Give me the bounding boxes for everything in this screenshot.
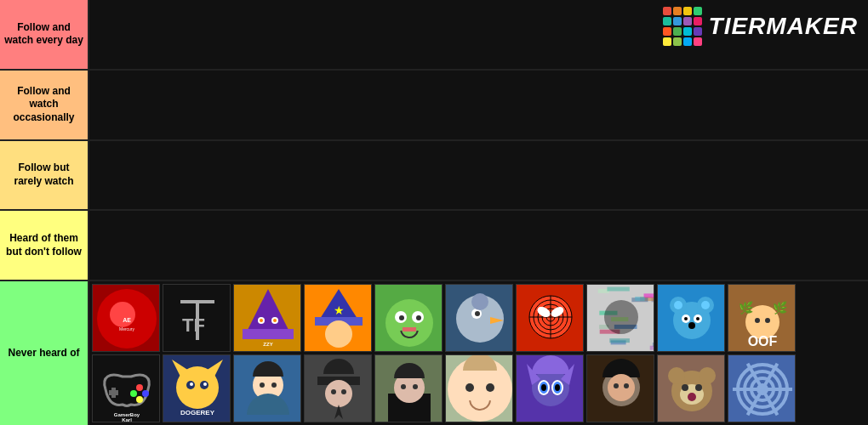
tier-item-sorcerer[interactable] bbox=[233, 284, 301, 352]
tier-row-3: Follow but rarely watch bbox=[0, 141, 868, 212]
tier-content-2[interactable] bbox=[89, 71, 868, 139]
tier-content-5[interactable] bbox=[89, 281, 868, 425]
tier-item-dogerey[interactable] bbox=[163, 354, 231, 422]
tier-item-gamer[interactable] bbox=[92, 354, 160, 422]
tier-row-4: Heard of them but don't follow bbox=[0, 211, 868, 281]
tier-item-swirl[interactable] bbox=[728, 354, 796, 422]
tier-item-anime[interactable] bbox=[516, 354, 584, 422]
tier-content-3[interactable] bbox=[89, 141, 868, 210]
tier-label-2: Follow and watch occasionally bbox=[0, 71, 89, 139]
tier-row-5: Never heard of bbox=[0, 281, 868, 425]
tier-item-zoom[interactable] bbox=[445, 354, 513, 422]
tier-item-bird[interactable] bbox=[445, 284, 513, 352]
tier-item-mercury[interactable] bbox=[92, 284, 160, 352]
tier-item-cyan-bear[interactable] bbox=[657, 284, 725, 352]
tier-row-2: Follow and watch occasionally bbox=[0, 71, 868, 141]
tier-item-blur[interactable] bbox=[586, 284, 654, 352]
tier-content-4[interactable] bbox=[89, 211, 868, 280]
tier-label-1: Follow and watch every day bbox=[0, 0, 89, 69]
tiermaker-logo-grid bbox=[663, 7, 702, 46]
tier-label-5: Never heard of bbox=[0, 281, 89, 425]
tier-item-face2[interactable] bbox=[374, 354, 443, 422]
tier-item-tf[interactable] bbox=[163, 284, 231, 352]
tier-table: TiERMAKER Follow and watch every day Fol… bbox=[0, 0, 868, 425]
tier-item-oof[interactable] bbox=[728, 284, 796, 352]
tier-item-dark-char[interactable] bbox=[586, 354, 654, 422]
tier-label-4: Heard of them but don't follow bbox=[0, 211, 89, 280]
tier-item-wizard[interactable] bbox=[304, 284, 372, 352]
tier-item-red-char[interactable] bbox=[516, 284, 584, 352]
tiermaker-logo: TiERMAKER bbox=[663, 7, 858, 46]
tier-item-detective[interactable] bbox=[304, 354, 372, 422]
tier-item-face1[interactable] bbox=[233, 354, 301, 422]
tier-item-pepe[interactable] bbox=[374, 284, 443, 352]
tier-label-3: Follow but rarely watch bbox=[0, 141, 89, 210]
tiermaker-text: TiERMAKER bbox=[709, 13, 858, 40]
tier-item-otter[interactable] bbox=[657, 354, 725, 422]
